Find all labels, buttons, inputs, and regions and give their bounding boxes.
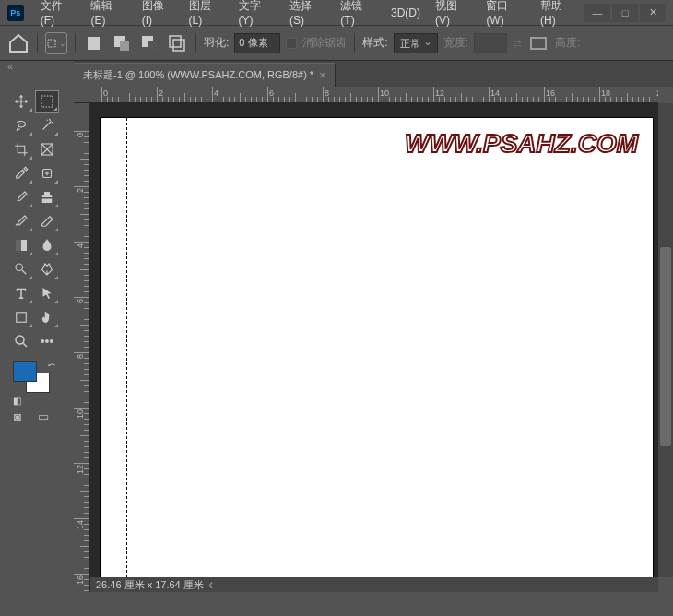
scrollbar-thumb[interactable] bbox=[660, 247, 671, 446]
menu-file[interactable]: 文件(F) bbox=[33, 0, 84, 30]
svg-rect-6 bbox=[170, 36, 181, 47]
edit-toolbar[interactable]: ••• bbox=[35, 330, 59, 352]
options-bar: ⌄ 羽化: 消除锯齿 样式: 正常 宽度: ⇄ 高度: bbox=[0, 26, 673, 61]
width-input bbox=[474, 33, 507, 53]
svg-rect-9 bbox=[41, 96, 53, 107]
blur-tool[interactable] bbox=[35, 234, 59, 256]
document-tab[interactable]: 未标题-1 @ 100% (WWW.PSAHZ.COM, RGB/8#) * × bbox=[74, 63, 336, 87]
subtract-selection-icon[interactable] bbox=[138, 32, 160, 54]
quickmask-icon[interactable]: ◙ bbox=[9, 409, 26, 422]
eyedropper-tool[interactable] bbox=[9, 162, 33, 184]
dodge-tool[interactable] bbox=[9, 258, 33, 280]
svg-point-14 bbox=[16, 264, 23, 271]
svg-rect-0 bbox=[48, 40, 55, 47]
canvas-area[interactable]: WWW.PSAHZ.COM UiBQ.CoM bbox=[90, 103, 658, 592]
healing-brush-tool[interactable] bbox=[35, 162, 59, 184]
svg-rect-3 bbox=[120, 41, 129, 51]
menu-select[interactable]: 选择(S) bbox=[282, 0, 333, 30]
menu-edit[interactable]: 编辑(E) bbox=[83, 0, 134, 30]
titlebar: Ps 文件(F) 编辑(E) 图像(I) 图层(L) 文字(Y) 选择(S) 滤… bbox=[0, 0, 673, 26]
marquee-tool[interactable] bbox=[35, 90, 59, 113]
width-label: 宽度: bbox=[443, 35, 468, 51]
svg-rect-1 bbox=[88, 37, 100, 50]
new-selection-icon[interactable] bbox=[83, 32, 105, 54]
menu-window[interactable]: 窗口(W) bbox=[478, 0, 533, 30]
watermark-text: WWW.PSAHZ.COM bbox=[405, 129, 638, 159]
type-tool[interactable] bbox=[9, 282, 33, 304]
window-controls: — □ ✕ bbox=[584, 4, 666, 22]
antialias-checkbox bbox=[286, 38, 297, 49]
marquee-tool-icon[interactable]: ⌄ bbox=[45, 32, 67, 54]
style-select[interactable]: 正常 bbox=[394, 33, 438, 53]
path-selection-tool[interactable] bbox=[35, 282, 59, 304]
feather-label: 羽化: bbox=[204, 35, 229, 51]
zoom-tool[interactable] bbox=[9, 330, 33, 352]
bottom-padding bbox=[0, 592, 673, 616]
scrollbar-vertical[interactable] bbox=[658, 103, 673, 577]
brush-tool[interactable] bbox=[9, 186, 33, 208]
default-colors-icon[interactable]: ◧ bbox=[13, 396, 21, 406]
clone-stamp-tool[interactable] bbox=[35, 186, 59, 208]
pen-tool[interactable] bbox=[35, 258, 59, 280]
swap-wh-icon: ⇄ bbox=[513, 37, 522, 50]
intersect-selection-icon[interactable] bbox=[166, 32, 188, 54]
shape-tool[interactable] bbox=[9, 306, 33, 328]
photoshop-logo: Ps bbox=[7, 5, 24, 21]
close-tab-icon[interactable]: × bbox=[319, 69, 325, 82]
foreground-color-swatch[interactable] bbox=[13, 361, 37, 382]
menu-image[interactable]: 图像(I) bbox=[135, 0, 182, 30]
menu-3d[interactable]: 3D(D) bbox=[384, 3, 428, 23]
frame-tool[interactable] bbox=[35, 138, 59, 160]
svg-rect-7 bbox=[173, 40, 184, 51]
hand-tool[interactable] bbox=[35, 306, 59, 328]
feather-input[interactable] bbox=[234, 33, 280, 53]
document-tab-title: 未标题-1 @ 100% (WWW.PSAHZ.COM, RGB/8#) * bbox=[83, 68, 313, 82]
move-tool[interactable] bbox=[9, 90, 33, 113]
menu-filter[interactable]: 滤镜(T) bbox=[333, 0, 384, 30]
svg-point-16 bbox=[16, 336, 24, 344]
ruler-vertical[interactable]: 0246810121416 bbox=[74, 103, 90, 592]
canvas[interactable]: WWW.PSAHZ.COM bbox=[101, 118, 653, 577]
menu-type[interactable]: 文字(Y) bbox=[231, 0, 282, 30]
ruler-horizontal[interactable]: 02468101214161820 bbox=[74, 87, 658, 103]
selection-marquee bbox=[126, 118, 127, 577]
history-brush-tool[interactable] bbox=[9, 210, 33, 232]
collapse-panels-icon[interactable]: « bbox=[7, 61, 13, 72]
eraser-tool[interactable] bbox=[35, 210, 59, 232]
svg-rect-15 bbox=[17, 313, 27, 323]
svg-rect-13 bbox=[16, 240, 21, 251]
home-icon[interactable] bbox=[7, 32, 30, 54]
gradient-tool[interactable] bbox=[9, 234, 33, 256]
antialias-label: 消除锯齿 bbox=[302, 35, 347, 51]
menu-layer[interactable]: 图层(L) bbox=[182, 0, 231, 30]
maximize-button[interactable]: □ bbox=[612, 4, 638, 22]
magic-wand-tool[interactable] bbox=[35, 114, 59, 136]
swap-colors-icon[interactable]: ⤺ bbox=[48, 360, 55, 370]
scrollbar-horizontal[interactable] bbox=[205, 577, 658, 592]
svg-rect-8 bbox=[531, 38, 546, 49]
screenmode-icon[interactable]: ▭ bbox=[35, 409, 52, 422]
close-button[interactable]: ✕ bbox=[640, 4, 666, 22]
style-label: 样式: bbox=[362, 35, 387, 51]
lasso-tool[interactable] bbox=[9, 114, 33, 136]
height-label: 高度: bbox=[555, 35, 580, 51]
color-swatches: ⤺ ◧ bbox=[13, 361, 52, 400]
toolbox: ••• bbox=[6, 87, 61, 356]
mask-mode-icon[interactable] bbox=[527, 32, 549, 54]
menu-help[interactable]: 帮助(H) bbox=[533, 0, 584, 30]
minimize-button[interactable]: — bbox=[584, 4, 610, 22]
svg-rect-5 bbox=[148, 41, 157, 51]
crop-tool[interactable] bbox=[9, 138, 33, 160]
document-tabbar: 未标题-1 @ 100% (WWW.PSAHZ.COM, RGB/8#) * × bbox=[74, 61, 673, 87]
menu-view[interactable]: 视图(V) bbox=[428, 0, 478, 30]
add-selection-icon[interactable] bbox=[111, 32, 133, 54]
